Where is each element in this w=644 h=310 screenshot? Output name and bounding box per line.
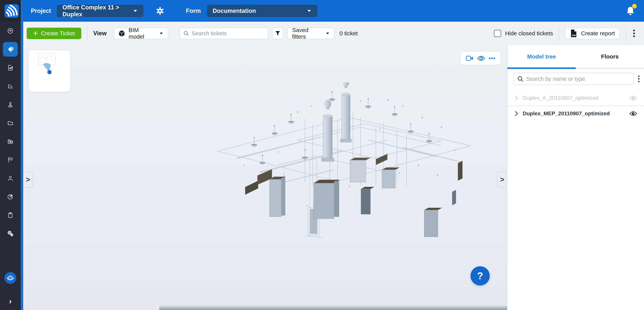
sidebar-item-projects[interactable] bbox=[0, 132, 21, 151]
sidebar-item-tasks[interactable] bbox=[0, 206, 21, 224]
chevron-right-icon bbox=[514, 111, 518, 116]
right-panel-toggle[interactable]: > bbox=[497, 171, 507, 188]
help-button[interactable]: ? bbox=[470, 266, 490, 285]
divider bbox=[626, 27, 626, 40]
toolbar-more-button[interactable] bbox=[632, 29, 636, 38]
sidebar-item-forms[interactable] bbox=[0, 59, 21, 77]
project-selector[interactable]: Office Complex 11 > Duplex bbox=[57, 5, 143, 17]
divider bbox=[559, 27, 559, 40]
model-tree: Duplex_A_20110907_optimized Duplex_MEP_2… bbox=[507, 90, 644, 121]
search-icon bbox=[183, 31, 189, 36]
view-label: View bbox=[93, 30, 106, 37]
panel-tabs: Model tree Floors bbox=[507, 45, 644, 69]
pdf-file-icon: PDF bbox=[570, 29, 577, 38]
hide-closed-checkbox[interactable] bbox=[494, 30, 501, 37]
document-edit-icon bbox=[7, 65, 14, 71]
tree-row-duplex-a[interactable]: Duplex_A_20110907_optimized bbox=[507, 90, 644, 106]
create-ticket-label: Create Ticket bbox=[41, 30, 75, 37]
form-selector-value: Documentation bbox=[213, 8, 256, 15]
sidebar-item-street-view[interactable] bbox=[0, 95, 21, 114]
kebab-menu-icon bbox=[633, 29, 635, 38]
model-search-input[interactable] bbox=[526, 76, 630, 82]
svg-text:PDF: PDF bbox=[572, 34, 576, 37]
bim-model-viewport bbox=[215, 83, 474, 238]
tab-model-tree[interactable]: Model tree bbox=[507, 45, 576, 68]
form-label: Form bbox=[186, 8, 201, 15]
video-camera-button[interactable] bbox=[466, 56, 474, 61]
search-tickets-box bbox=[180, 28, 268, 39]
sidebar-expand-button[interactable]: › bbox=[9, 297, 12, 305]
viewer-more-button[interactable] bbox=[489, 57, 495, 59]
tickets-toolbar: + Create Ticket View BIM model Saved fil… bbox=[23, 22, 644, 45]
sidebar-item-statistics[interactable] bbox=[0, 187, 21, 206]
chart-levels-icon bbox=[7, 83, 14, 89]
chevron-down-icon bbox=[159, 32, 163, 35]
dashboard-gauge-icon bbox=[7, 28, 14, 34]
ai-assistant-button[interactable] bbox=[4, 272, 16, 284]
form-selector[interactable]: Documentation bbox=[207, 5, 317, 17]
sidebar-item-milestones[interactable] bbox=[0, 151, 21, 169]
main-column: Project Office Complex 11 > Duplex Form bbox=[23, 0, 644, 310]
pie-chart-icon bbox=[7, 193, 14, 200]
model-panel: Model tree Floors Duplex_A_20110907 bbox=[507, 45, 644, 310]
model-search-row bbox=[507, 69, 644, 88]
chevron-right-icon: > bbox=[26, 176, 30, 184]
chevron-down-icon bbox=[133, 10, 138, 12]
create-ticket-button[interactable]: + Create Ticket bbox=[27, 28, 81, 39]
saved-filters-dropdown[interactable]: Saved filters bbox=[287, 28, 334, 39]
chevron-down-icon bbox=[307, 10, 312, 12]
notification-badge bbox=[632, 4, 637, 9]
model-tree-more-button[interactable] bbox=[637, 75, 641, 83]
saved-filters-label: Saved filters bbox=[292, 27, 322, 40]
content-row: > > ? Model tree Floors bbox=[23, 45, 644, 310]
flag-icon bbox=[7, 157, 14, 163]
visibility-button[interactable] bbox=[477, 56, 485, 61]
bim-viewer[interactable]: > > ? bbox=[23, 45, 507, 310]
buildings-icon bbox=[7, 138, 14, 145]
sidebar-item-dashboard[interactable] bbox=[0, 22, 21, 40]
create-report-button[interactable]: PDF Create report bbox=[565, 28, 620, 39]
tree-item-label: Duplex_MEP_20110907_optimized bbox=[523, 111, 625, 117]
sidebar-item-tickets[interactable] bbox=[0, 40, 21, 59]
filter-button[interactable] bbox=[272, 28, 283, 39]
visibility-off-icon[interactable] bbox=[630, 95, 637, 101]
sidebar-item-settings[interactable] bbox=[0, 224, 21, 243]
visibility-on-icon[interactable] bbox=[630, 111, 637, 116]
project-settings-button[interactable] bbox=[156, 7, 164, 15]
brand-logo-icon bbox=[4, 4, 19, 18]
tree-item-label: Duplex_A_20110907_optimized bbox=[523, 95, 625, 101]
filter-funnel-icon bbox=[275, 31, 280, 36]
tab-floors[interactable]: Floors bbox=[576, 45, 644, 68]
app-logo[interactable] bbox=[0, 0, 23, 22]
robot-assistant-icon bbox=[6, 274, 14, 282]
sidebar-item-levels[interactable] bbox=[0, 77, 21, 95]
project-label: Project bbox=[31, 8, 51, 15]
top-header: Project Office Complex 11 > Duplex Form bbox=[23, 0, 644, 22]
search-tickets-input[interactable] bbox=[192, 30, 264, 37]
gears-icon bbox=[7, 230, 14, 237]
model-search-box bbox=[514, 73, 634, 85]
create-report-label: Create report bbox=[581, 30, 615, 37]
chevron-down-icon bbox=[326, 32, 330, 35]
kebab-menu-icon bbox=[638, 75, 640, 83]
gear-icon bbox=[156, 7, 164, 15]
clipboard-icon bbox=[7, 212, 14, 218]
viewer-minimap[interactable] bbox=[29, 50, 70, 92]
user-icon bbox=[7, 175, 14, 181]
chevron-right-icon: > bbox=[500, 176, 504, 184]
view-mode-dropdown[interactable]: BIM model bbox=[114, 28, 168, 39]
tree-row-duplex-mep[interactable]: Duplex_MEP_20110907_optimized bbox=[507, 106, 644, 121]
bim-cube-icon bbox=[118, 30, 125, 37]
project-selector-value: Office Complex 11 > Duplex bbox=[62, 4, 133, 18]
notifications-button[interactable] bbox=[626, 6, 635, 16]
search-icon bbox=[517, 76, 524, 82]
viewer-bottom-shadow bbox=[159, 305, 507, 310]
chevron-right-icon bbox=[514, 95, 518, 101]
viewer-controls bbox=[460, 52, 501, 65]
sidebar-item-users[interactable] bbox=[0, 169, 21, 187]
hide-closed-label: Hide closed tickets bbox=[505, 30, 553, 37]
sidebar-item-documents[interactable] bbox=[0, 114, 21, 132]
ticket-count: 0 ticket bbox=[340, 30, 358, 37]
left-panel-toggle[interactable]: > bbox=[23, 171, 33, 188]
app-root: › Project Office Complex 11 > Duplex bbox=[0, 0, 644, 310]
